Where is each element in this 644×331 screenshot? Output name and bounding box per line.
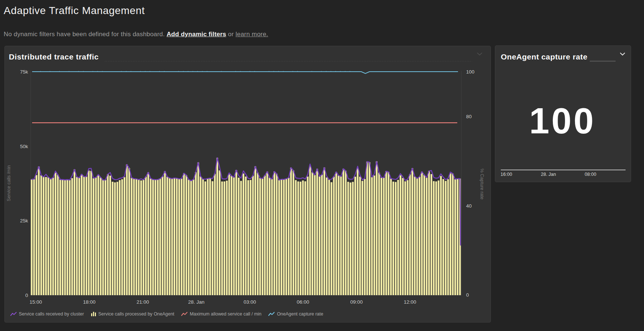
svg-text:100: 100	[466, 69, 475, 75]
svg-text:100: 100	[529, 100, 596, 141]
svg-text:0: 0	[466, 292, 469, 298]
svg-text:09:00: 09:00	[350, 299, 363, 305]
svg-text:06:00: 06:00	[297, 299, 309, 305]
svg-text:50k: 50k	[20, 144, 28, 149]
svg-text:08:00: 08:00	[585, 172, 596, 177]
svg-text:18:00: 18:00	[83, 299, 96, 305]
svg-text:16:00: 16:00	[500, 172, 512, 177]
svg-text:40: 40	[466, 203, 472, 209]
svg-text:28. Jan: 28. Jan	[541, 172, 556, 177]
svg-text:21:00: 21:00	[137, 299, 149, 305]
svg-text:0: 0	[25, 293, 28, 298]
svg-text:80: 80	[466, 114, 472, 119]
svg-text:75k: 75k	[20, 69, 28, 75]
svg-text:28. Jan: 28. Jan	[188, 299, 204, 305]
svg-text:12:00: 12:00	[404, 299, 416, 305]
svg-text:15:00: 15:00	[30, 299, 42, 305]
svg-text:03:00: 03:00	[244, 299, 256, 305]
svg-text:25k: 25k	[20, 218, 28, 223]
svg-text:Service calls /min: Service calls /min	[6, 165, 11, 201]
svg-text:% Capture rate: % Capture rate	[479, 168, 485, 199]
